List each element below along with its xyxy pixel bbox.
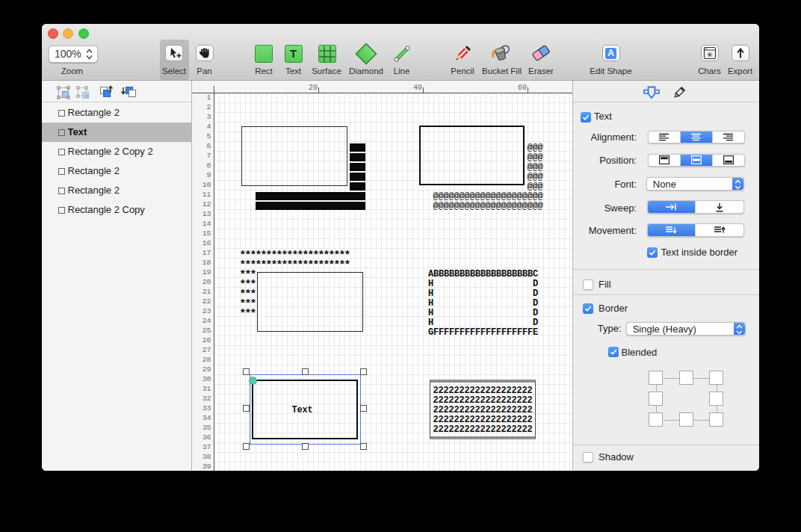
svg-text:✳: ✳ xyxy=(706,50,713,59)
